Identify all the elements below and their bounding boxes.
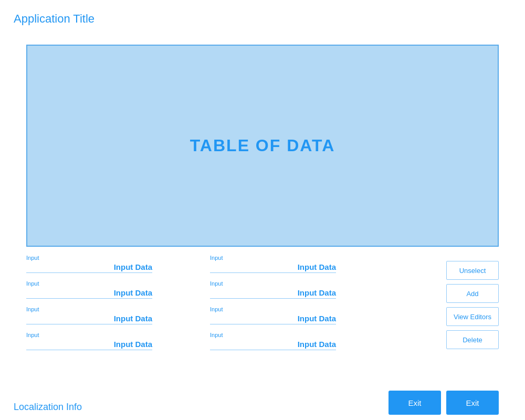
input-value-4-right: Input Data [298, 340, 336, 349]
input-label-3-right: Input [210, 306, 336, 312]
input-value-4-left: Input Data [114, 340, 152, 349]
input-group-1-left: Input Input Data [26, 255, 152, 273]
input-label-1-right: Input [210, 255, 336, 261]
input-label-3-left: Input [26, 306, 152, 312]
inputs-section: Input Input Data Input Input Data Input … [26, 255, 373, 358]
input-value-2-left: Input Data [114, 288, 152, 297]
input-row-1: Input Input Data Input Input Data [26, 255, 373, 273]
app-title: Application Title [14, 12, 94, 26]
exit-button-2[interactable]: Exit [446, 391, 499, 415]
input-row-3: Input Input Data Input Input Data [26, 306, 373, 324]
input-group-2-left: Input Input Data [26, 280, 152, 299]
input-value-3-right: Input Data [298, 314, 336, 323]
input-group-3-left: Input Input Data [26, 306, 152, 324]
action-buttons: Unselect Add View Editors Delete [446, 261, 499, 349]
input-group-2-right: Input Input Data [210, 280, 336, 299]
input-group-4-right: Input Input Data [210, 332, 336, 350]
table-label: TABLE OF DATA [190, 136, 335, 155]
input-label-2-right: Input [210, 280, 336, 287]
input-group-4-left: Input Input Data [26, 332, 152, 350]
input-value-1-right: Input Data [298, 262, 336, 271]
input-value-2-right: Input Data [298, 288, 336, 297]
input-group-1-right: Input Input Data [210, 255, 336, 273]
input-label-1-left: Input [26, 255, 152, 261]
exit-buttons-group: Exit Exit [388, 391, 499, 415]
input-row-4: Input Input Data Input Input Data [26, 332, 373, 350]
exit-button-1[interactable]: Exit [388, 391, 441, 415]
input-value-3-left: Input Data [114, 314, 152, 323]
localization-info: Localization Info [14, 402, 82, 413]
input-label-4-right: Input [210, 332, 336, 338]
delete-button[interactable]: Delete [446, 330, 499, 349]
add-button[interactable]: Add [446, 284, 499, 303]
input-value-1-left: Input Data [114, 262, 152, 271]
view-editors-button[interactable]: View Editors [446, 307, 499, 326]
input-group-3-right: Input Input Data [210, 306, 336, 324]
input-label-2-left: Input [26, 280, 152, 287]
unselect-button[interactable]: Unselect [446, 261, 499, 280]
input-label-4-left: Input [26, 332, 152, 338]
table-container: TABLE OF DATA [26, 45, 499, 247]
input-row-2: Input Input Data Input Input Data [26, 280, 373, 299]
